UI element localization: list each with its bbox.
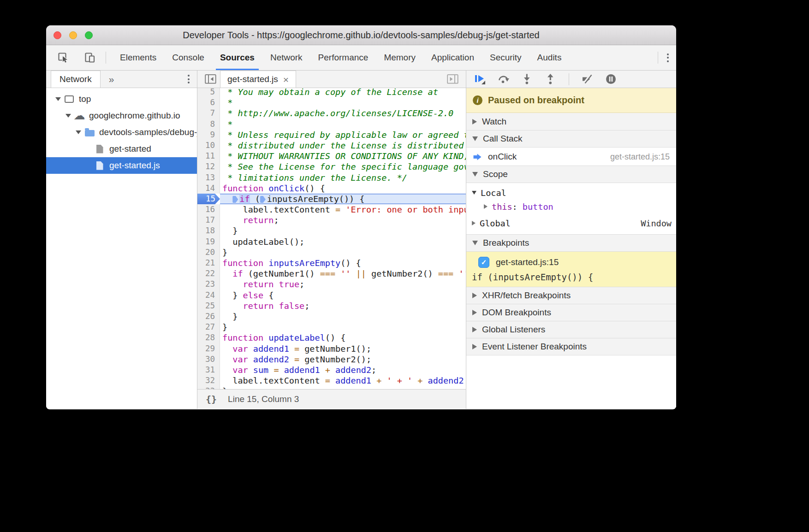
gutter-line-number[interactable]: 6 [197, 97, 220, 108]
code-line-content[interactable]: if (inputsAreEmpty()) { [220, 194, 466, 204]
maximize-window-button[interactable] [85, 31, 93, 39]
pause-on-exceptions-button[interactable] [605, 73, 617, 85]
paused-line-breakpoint-flag[interactable]: 15 [197, 194, 220, 204]
gutter-line-number[interactable]: 22 [197, 268, 220, 279]
tab-console[interactable]: Console [164, 45, 212, 70]
code-line-content[interactable]: * distributed under the License is distr… [220, 140, 466, 151]
code-line-content[interactable]: label.textContent = addend1 + ' + ' + ad… [220, 375, 466, 386]
disclosure-triangle-icon[interactable] [64, 114, 73, 118]
editor-tab-get-started-js[interactable]: get-started.js × [220, 71, 296, 88]
code-line-content[interactable]: } else { [220, 290, 466, 301]
tab-network[interactable]: Network [262, 45, 310, 70]
gutter-line-number[interactable]: 13 [197, 172, 220, 183]
section-call-stack[interactable]: Call Stack [466, 130, 676, 148]
scope-this-row[interactable]: this: button [466, 200, 676, 213]
code-line-content[interactable]: if (getNumber1() === '' || getNumber2() … [220, 268, 466, 279]
section-watch[interactable]: Watch [466, 113, 676, 130]
gutter-line-number[interactable]: 8 [197, 119, 220, 130]
gutter-line-number[interactable]: 27 [197, 322, 220, 332]
call-stack-frame[interactable]: onClick get-started.js:15 [466, 148, 676, 166]
gutter-line-number[interactable]: 30 [197, 354, 220, 365]
scope-local-row[interactable]: Local [466, 186, 676, 200]
gutter-line-number[interactable]: 21 [197, 258, 220, 268]
gutter-line-number[interactable]: 26 [197, 311, 220, 322]
code-line-content[interactable]: * See the License for the specific langu… [220, 161, 466, 172]
code-line-content[interactable]: function updateLabel() { [220, 332, 466, 343]
code-line-content[interactable]: return false; [220, 301, 466, 311]
breakpoint-checkbox[interactable]: ✓ [478, 257, 489, 268]
device-toolbar-icon[interactable] [84, 52, 96, 64]
gutter-line-number[interactable]: 25 [197, 301, 220, 311]
code-line-content[interactable]: * WITHOUT WARRANTIES OR CONDITIONS OF AN… [220, 151, 466, 161]
tab-sources[interactable]: Sources [212, 45, 262, 70]
tree-item-top[interactable]: top [46, 91, 197, 107]
tab-memory[interactable]: Memory [376, 45, 423, 70]
code-line-content[interactable]: } [220, 225, 466, 236]
code-line-content[interactable]: * [220, 119, 466, 130]
code-line-content[interactable]: var addend1 = getNumber1(); [220, 343, 466, 354]
code-line-content[interactable]: return true; [220, 279, 466, 290]
gutter-line-number[interactable]: 32 [197, 375, 220, 386]
disclosure-triangle-icon[interactable] [54, 97, 63, 101]
gutter-line-number[interactable]: 19 [197, 236, 220, 247]
tab-overflow-chevron-icon[interactable]: » [109, 74, 114, 85]
section-event-listener-breakpoints[interactable]: Event Listener Breakpoints [466, 338, 676, 355]
gutter-line-number[interactable]: 10 [197, 140, 220, 151]
section-global-listeners[interactable]: Global Listeners [466, 321, 676, 338]
pretty-print-button[interactable]: {} [206, 394, 217, 405]
gutter-line-number[interactable]: 29 [197, 343, 220, 354]
hide-navigator-icon[interactable] [205, 74, 216, 84]
code-line-content[interactable]: * http://www.apache.org/licenses/LICENSE… [220, 108, 466, 118]
gutter-line-number[interactable]: 11 [197, 151, 220, 161]
gutter-line-number[interactable]: 31 [197, 365, 220, 375]
tree-item-get-started-js[interactable]: get-started.js [46, 157, 197, 174]
code-line-content[interactable]: return; [220, 215, 466, 225]
gutter-line-number[interactable]: 24 [197, 290, 220, 301]
code-line-content[interactable]: * limitations under the License. */ [220, 172, 466, 183]
navigator-tab-network[interactable]: Network [51, 71, 101, 88]
section-scope[interactable]: Scope [466, 166, 676, 183]
gutter-line-number[interactable]: 12 [197, 161, 220, 172]
section-breakpoints[interactable]: Breakpoints [466, 234, 676, 252]
resume-script-button[interactable] [474, 73, 486, 85]
tab-audits[interactable]: Audits [529, 45, 570, 70]
inspect-element-icon[interactable] [57, 52, 69, 64]
navigator-kebab-icon[interactable] [185, 72, 192, 86]
main-menu-kebab-icon[interactable] [664, 51, 672, 65]
code-line-content[interactable]: } [220, 322, 466, 332]
gutter-line-number[interactable]: 5 [197, 88, 220, 97]
code-line-content[interactable]: updateLabel(); [220, 236, 466, 247]
scope-global-row[interactable]: Global Window [466, 215, 676, 231]
code-line-content[interactable]: * Unless required by applicable law or a… [220, 130, 466, 140]
gutter-line-number[interactable]: 16 [197, 204, 220, 215]
gutter-line-number[interactable]: 14 [197, 183, 220, 194]
code-line-content[interactable]: } [220, 311, 466, 322]
step-out-button[interactable] [544, 73, 557, 85]
gutter-line-number[interactable]: 23 [197, 279, 220, 290]
gutter-line-number[interactable]: 9 [197, 130, 220, 140]
code-line-content[interactable]: * [220, 97, 466, 108]
code-line-content[interactable]: function inputsAreEmpty() { [220, 258, 466, 268]
minimize-window-button[interactable] [69, 31, 77, 39]
tab-application[interactable]: Application [423, 45, 482, 70]
tree-item-get-started[interactable]: get-started [46, 141, 197, 157]
gutter-line-number[interactable]: 18 [197, 225, 220, 236]
code-line-content[interactable]: var addend2 = getNumber2(); [220, 354, 466, 365]
code-line-content[interactable]: label.textContent = 'Error: one or both … [220, 204, 466, 215]
tree-item-googlechrome-github-io[interactable]: ☁googlechrome.github.io [46, 107, 197, 124]
section-xhr-breakpoints[interactable]: XHR/fetch Breakpoints [466, 287, 676, 304]
section-dom-breakpoints[interactable]: DOM Breakpoints [466, 304, 676, 321]
step-into-button[interactable] [521, 73, 533, 85]
close-window-button[interactable] [54, 31, 61, 39]
tab-performance[interactable]: Performance [310, 45, 376, 70]
code-editor[interactable]: 5 * You may obtain a copy of the License… [197, 88, 466, 389]
code-line-content[interactable]: * You may obtain a copy of the License a… [220, 88, 466, 97]
tree-item-devtools-samples-debug-js[interactable]: devtools-samples/debug-js [46, 124, 197, 141]
gutter-line-number[interactable]: 33 [197, 386, 220, 389]
code-line-content[interactable]: function onClick() { [220, 183, 466, 194]
gutter-line-number[interactable]: 7 [197, 108, 220, 118]
tab-security[interactable]: Security [482, 45, 529, 70]
step-over-button[interactable] [497, 73, 510, 85]
gutter-line-number[interactable]: 17 [197, 215, 220, 225]
deactivate-breakpoints-button[interactable] [581, 73, 594, 85]
